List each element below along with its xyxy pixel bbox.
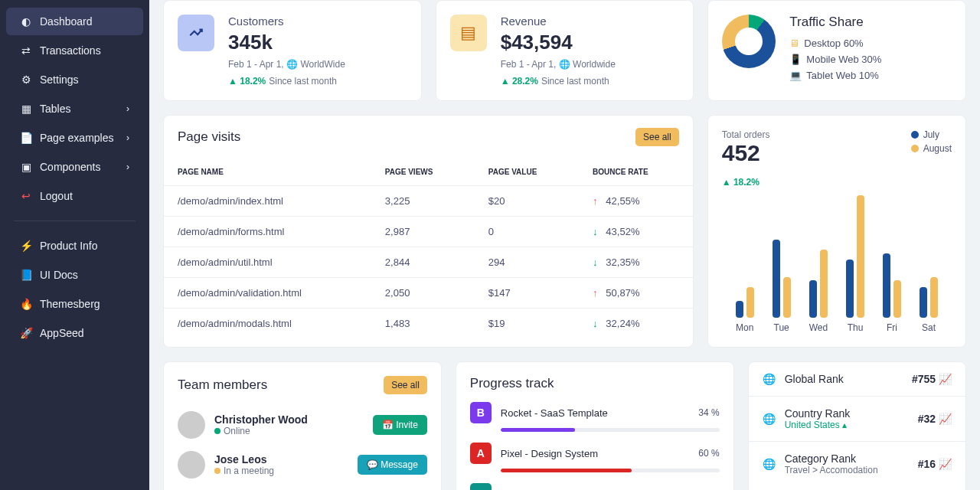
page-visits-card: Page visits See all PAGE NAMEPAGE VIEWSP…: [163, 115, 694, 348]
visits-title: Page visits: [178, 129, 240, 145]
rank-label: Category Rank: [785, 452, 878, 465]
progress-bar: [501, 428, 720, 432]
bar-label: Fri: [883, 322, 901, 333]
message-button[interactable]: 💬 Message: [358, 455, 427, 475]
page-views: 1,483: [371, 309, 475, 339]
sidebar-item-themesberg[interactable]: 🔥Themesberg: [6, 290, 143, 318]
sidebar-item-transactions[interactable]: ⇄Transactions: [6, 37, 143, 64]
bar: [846, 260, 854, 318]
sidebar-item-page-examples[interactable]: 📄Page examples›: [6, 124, 143, 152]
total-orders-card: July August Total orders 452 ▲ 18.2% Mon…: [707, 115, 966, 348]
sidebar-item-ui-docs[interactable]: 📘UI Docs: [6, 261, 143, 289]
th: PAGE VIEWS: [371, 158, 475, 186]
page-views: 2,844: [371, 247, 475, 278]
sidebar-item-settings[interactable]: ⚙Settings: [6, 66, 143, 93]
th: PAGE NAME: [164, 158, 371, 186]
customers-range: Feb 1 - Apr 1, 🌐 WorldWide: [228, 59, 345, 70]
bar-group: Mon: [736, 287, 754, 333]
chart-icon: [178, 15, 214, 51]
progress-bar: [501, 469, 720, 472]
rank-row[interactable]: 🌐Category RankTravel > Accomodation#16 📈: [749, 442, 965, 486]
team-see-all-button[interactable]: See all: [384, 376, 427, 394]
page-views: 3,225: [371, 186, 475, 217]
traffic-mobile: 📱Mobile Web 30%: [789, 54, 881, 65]
th: PAGE VALUE: [475, 158, 579, 186]
nav-label: Components: [40, 161, 100, 173]
rank-label: Country Rank: [785, 407, 851, 420]
traffic-tablet: 💻Tablet Web 10%: [789, 70, 881, 81]
customers-title: Customers: [228, 15, 345, 28]
team-member: Bonnie Green: [178, 485, 427, 490]
bar-label: Wed: [809, 322, 828, 333]
rank-row[interactable]: 🌐Country RankUnited States ▴#32 📈: [749, 397, 965, 442]
nav-label: Logout: [40, 190, 73, 202]
table-row[interactable]: /demo/admin/index.html3,225$20↑ 42,55%: [164, 186, 693, 217]
sidebar-item-product-info[interactable]: ⚡Product Info: [6, 232, 143, 260]
bar-group: Sat: [920, 277, 938, 333]
progress-item: VSpaces - Listings Template45 %: [470, 483, 720, 490]
nav-icon: 📘: [20, 269, 32, 281]
sidebar-item-logout[interactable]: ↩Logout: [6, 182, 143, 210]
see-all-button[interactable]: See all: [635, 128, 679, 146]
member-name: Christopher Wood: [214, 413, 308, 426]
sidebar-item-components[interactable]: ▣Components›: [6, 153, 143, 181]
page-value: 294: [475, 247, 579, 278]
bounce-rate: ↓ 32,35%: [579, 247, 693, 278]
bounce-rate: ↑ 50,87%: [579, 278, 693, 309]
revenue-title: Revenue: [501, 15, 616, 28]
page-value: $19: [475, 309, 579, 339]
customers-card: Customers 345k Feb 1 - Apr 1, 🌐 WorldWid…: [163, 0, 422, 101]
rank-sub: Travel > Accomodation: [785, 465, 878, 475]
sidebar-divider: [14, 220, 136, 221]
nav-icon: ▦: [20, 103, 32, 115]
page-name: /demo/admin/index.html: [164, 186, 371, 217]
progress-track-card: Progress track BRocket - SaaS Template34…: [456, 361, 734, 490]
progress-item: APixel - Design System60 %: [470, 443, 720, 472]
bounce-rate: ↑ 42,55%: [579, 186, 693, 217]
avatar: [178, 451, 205, 479]
page-views: 2,050: [371, 278, 475, 309]
table-row[interactable]: /demo/admin/forms.html2,9870↓ 43,52%: [164, 217, 693, 247]
project-badge-icon: A: [470, 443, 492, 464]
revenue-value: $43,594: [501, 31, 616, 54]
nav-label: Transactions: [40, 44, 101, 57]
team-member: Christopher WoodOnline📅 Invite: [178, 405, 427, 445]
table-row[interactable]: /demo/admin/util.html2,844294↓ 32,35%: [164, 247, 693, 278]
page-name: /demo/admin/validation.html: [164, 278, 371, 309]
page-value: $147: [475, 278, 579, 309]
progress-title: Progress track: [470, 376, 554, 391]
legend-july: July: [911, 129, 952, 140]
nav-icon: ⇄: [20, 44, 32, 57]
sidebar-item-dashboard[interactable]: ◐Dashboard: [6, 8, 143, 35]
chevron-right-icon: ›: [126, 162, 129, 172]
rank-icon: 🌐: [763, 458, 776, 470]
th: BOUNCE RATE: [579, 158, 693, 186]
rank-value: #32 📈: [918, 413, 952, 425]
rank-row[interactable]: 🌐Global Rank#755 📈: [749, 362, 965, 397]
nav-icon: 🔥: [20, 298, 32, 310]
bar: [883, 253, 890, 318]
page-name: /demo/admin/modals.html: [164, 309, 371, 339]
team-members-card: Team members See all Christopher WoodOnl…: [163, 361, 442, 490]
orders-delta: ▲ 18.2%: [722, 177, 760, 188]
bar: [920, 287, 927, 318]
chevron-right-icon: ›: [126, 132, 129, 143]
sidebar-item-appseed[interactable]: 🚀AppSeed: [6, 319, 143, 347]
team-title: Team members: [178, 377, 267, 393]
page-name: /demo/admin/forms.html: [164, 217, 371, 247]
bounce-rate: ↓ 43,52%: [579, 217, 693, 247]
member-name: Jose Leos: [214, 453, 274, 466]
bar: [857, 195, 864, 318]
nav-label: Page examples: [40, 132, 114, 144]
cash-register-icon: ▤: [450, 15, 487, 51]
revenue-range: Feb 1 - Apr 1, 🌐 Worldwide: [501, 59, 616, 70]
project-pct: 60 %: [698, 448, 719, 459]
project-name: Pixel - Design System: [501, 448, 689, 459]
chevron-right-icon: ›: [126, 103, 129, 114]
traffic-card: Traffic Share 🖥Desktop 60% 📱Mobile Web 3…: [707, 0, 966, 101]
invite-button[interactable]: 📅 Invite: [373, 415, 427, 435]
table-row[interactable]: /demo/admin/modals.html1,483$19↓ 32,24%: [164, 309, 693, 339]
sidebar-item-tables[interactable]: ▦Tables›: [6, 95, 143, 122]
project-name: Rocket - SaaS Template: [501, 407, 689, 419]
table-row[interactable]: /demo/admin/validation.html2,050$147↑ 50…: [164, 278, 693, 309]
